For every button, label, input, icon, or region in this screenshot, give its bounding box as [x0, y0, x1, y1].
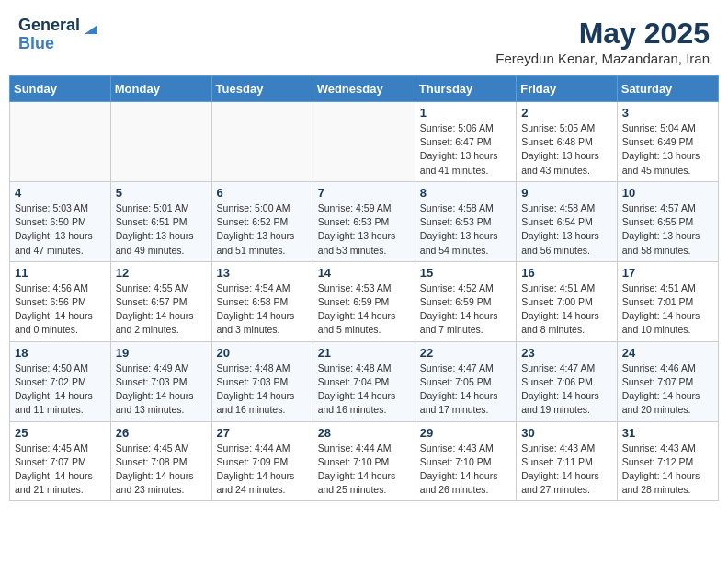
day-info: Sunrise: 4:53 AM Sunset: 6:59 PM Dayligh… [318, 282, 410, 338]
day-info: Sunrise: 4:51 AM Sunset: 7:01 PM Dayligh… [622, 282, 713, 338]
day-info: Sunrise: 4:44 AM Sunset: 7:09 PM Dayligh… [217, 442, 308, 498]
day-number: 25 [15, 426, 106, 440]
calendar-cell: 29Sunrise: 4:43 AM Sunset: 7:10 PM Dayli… [415, 421, 516, 501]
day-info: Sunrise: 5:01 AM Sunset: 6:51 PM Dayligh… [116, 201, 207, 258]
calendar-week-2: 4Sunrise: 5:03 AM Sunset: 6:50 PM Daylig… [10, 181, 719, 261]
calendar-week-5: 25Sunrise: 4:45 AM Sunset: 7:07 PM Dayli… [10, 421, 719, 501]
day-number: 12 [116, 266, 207, 280]
weekday-header-thursday: Thursday [415, 76, 516, 102]
calendar-cell: 2Sunrise: 5:05 AM Sunset: 6:48 PM Daylig… [517, 102, 618, 182]
day-number: 29 [420, 426, 511, 440]
day-number: 30 [521, 426, 612, 440]
day-info: Sunrise: 4:46 AM Sunset: 7:07 PM Dayligh… [622, 362, 713, 418]
calendar-cell: 24Sunrise: 4:46 AM Sunset: 7:07 PM Dayli… [617, 341, 718, 421]
weekday-header-sunday: Sunday [10, 76, 111, 102]
day-number: 14 [318, 266, 410, 280]
calendar-cell: 30Sunrise: 4:43 AM Sunset: 7:11 PM Dayli… [517, 421, 618, 501]
day-number: 24 [622, 346, 713, 360]
weekday-header-monday: Monday [110, 76, 211, 102]
day-number: 1 [420, 106, 511, 120]
day-number: 26 [116, 426, 207, 440]
day-info: Sunrise: 4:47 AM Sunset: 7:06 PM Dayligh… [521, 362, 612, 418]
day-info: Sunrise: 4:45 AM Sunset: 7:07 PM Dayligh… [15, 442, 106, 498]
day-number: 2 [521, 106, 612, 120]
day-info: Sunrise: 4:43 AM Sunset: 7:11 PM Dayligh… [521, 442, 612, 498]
day-info: Sunrise: 4:56 AM Sunset: 6:56 PM Dayligh… [15, 282, 106, 338]
page-header: General Blue May 2025 Fereydun Kenar, Ma… [9, 9, 719, 70]
day-number: 7 [318, 186, 410, 200]
calendar-cell [313, 102, 415, 182]
day-number: 21 [318, 346, 410, 360]
day-info: Sunrise: 4:44 AM Sunset: 7:10 PM Dayligh… [318, 442, 410, 498]
day-info: Sunrise: 4:43 AM Sunset: 7:10 PM Dayligh… [420, 442, 511, 498]
calendar-cell: 8Sunrise: 4:58 AM Sunset: 6:53 PM Daylig… [415, 181, 516, 261]
day-info: Sunrise: 4:48 AM Sunset: 7:03 PM Dayligh… [217, 362, 308, 418]
calendar-cell: 20Sunrise: 4:48 AM Sunset: 7:03 PM Dayli… [211, 341, 313, 421]
day-number: 27 [217, 426, 308, 440]
calendar-cell: 5Sunrise: 5:01 AM Sunset: 6:51 PM Daylig… [110, 181, 211, 261]
calendar-cell: 21Sunrise: 4:48 AM Sunset: 7:04 PM Dayli… [313, 341, 415, 421]
day-number: 10 [622, 186, 713, 200]
calendar-cell: 15Sunrise: 4:52 AM Sunset: 6:59 PM Dayli… [415, 261, 516, 341]
svg-marker-0 [85, 25, 97, 34]
day-info: Sunrise: 4:59 AM Sunset: 6:53 PM Dayligh… [318, 201, 410, 258]
location-subtitle: Fereydun Kenar, Mazandaran, Iran [495, 51, 710, 66]
day-info: Sunrise: 4:57 AM Sunset: 6:55 PM Dayligh… [622, 201, 713, 258]
calendar-cell: 12Sunrise: 4:55 AM Sunset: 6:57 PM Dayli… [110, 261, 211, 341]
day-number: 9 [521, 186, 612, 200]
day-info: Sunrise: 4:45 AM Sunset: 7:08 PM Dayligh… [116, 442, 207, 498]
calendar-cell: 28Sunrise: 4:44 AM Sunset: 7:10 PM Dayli… [313, 421, 415, 501]
calendar-cell: 7Sunrise: 4:59 AM Sunset: 6:53 PM Daylig… [313, 181, 415, 261]
day-number: 23 [521, 346, 612, 360]
weekday-header-wednesday: Wednesday [313, 76, 415, 102]
calendar-cell: 17Sunrise: 4:51 AM Sunset: 7:01 PM Dayli… [617, 261, 718, 341]
calendar-week-3: 11Sunrise: 4:56 AM Sunset: 6:56 PM Dayli… [10, 261, 719, 341]
calendar-cell [110, 102, 211, 182]
calendar-cell: 14Sunrise: 4:53 AM Sunset: 6:59 PM Dayli… [313, 261, 415, 341]
calendar-cell: 22Sunrise: 4:47 AM Sunset: 7:05 PM Dayli… [415, 341, 516, 421]
weekday-header-tuesday: Tuesday [211, 76, 313, 102]
weekday-header-friday: Friday [517, 76, 618, 102]
calendar-cell: 23Sunrise: 4:47 AM Sunset: 7:06 PM Dayli… [517, 341, 618, 421]
day-info: Sunrise: 4:47 AM Sunset: 7:05 PM Dayligh… [420, 362, 511, 418]
day-number: 6 [217, 186, 308, 200]
weekday-header-row: SundayMondayTuesdayWednesdayThursdayFrid… [10, 76, 719, 102]
calendar-week-4: 18Sunrise: 4:50 AM Sunset: 7:02 PM Dayli… [10, 341, 719, 421]
title-block: May 2025 Fereydun Kenar, Mazandaran, Ira… [495, 17, 710, 66]
day-number: 15 [420, 266, 511, 280]
day-number: 5 [116, 186, 207, 200]
day-number: 28 [318, 426, 410, 440]
calendar-cell: 26Sunrise: 4:45 AM Sunset: 7:08 PM Dayli… [110, 421, 211, 501]
day-number: 19 [116, 346, 207, 360]
logo-general-word: General [18, 17, 80, 35]
calendar-cell: 31Sunrise: 4:43 AM Sunset: 7:12 PM Dayli… [617, 421, 718, 501]
day-info: Sunrise: 4:43 AM Sunset: 7:12 PM Dayligh… [622, 442, 713, 498]
calendar-cell: 16Sunrise: 4:51 AM Sunset: 7:00 PM Dayli… [517, 261, 618, 341]
month-title: May 2025 [495, 17, 710, 51]
calendar-cell: 25Sunrise: 4:45 AM Sunset: 7:07 PM Dayli… [10, 421, 111, 501]
calendar-cell [211, 102, 313, 182]
weekday-header-saturday: Saturday [617, 76, 718, 102]
calendar-cell [10, 102, 111, 182]
day-number: 20 [217, 346, 308, 360]
day-info: Sunrise: 4:48 AM Sunset: 7:04 PM Dayligh… [318, 362, 410, 418]
logo-blue-word: Blue [18, 34, 54, 52]
day-info: Sunrise: 5:05 AM Sunset: 6:48 PM Dayligh… [521, 121, 612, 178]
calendar-cell: 27Sunrise: 4:44 AM Sunset: 7:09 PM Dayli… [211, 421, 313, 501]
logo-chevron-icon [81, 17, 97, 34]
day-info: Sunrise: 4:58 AM Sunset: 6:54 PM Dayligh… [521, 201, 612, 258]
day-number: 11 [15, 266, 106, 280]
day-info: Sunrise: 5:04 AM Sunset: 6:49 PM Dayligh… [622, 121, 713, 178]
calendar-cell: 11Sunrise: 4:56 AM Sunset: 6:56 PM Dayli… [10, 261, 111, 341]
day-info: Sunrise: 4:52 AM Sunset: 6:59 PM Dayligh… [420, 282, 511, 338]
logo: General Blue [18, 17, 97, 53]
day-info: Sunrise: 5:00 AM Sunset: 6:52 PM Dayligh… [217, 201, 308, 258]
day-info: Sunrise: 4:50 AM Sunset: 7:02 PM Dayligh… [15, 362, 106, 418]
day-number: 13 [217, 266, 308, 280]
calendar-cell: 19Sunrise: 4:49 AM Sunset: 7:03 PM Dayli… [110, 341, 211, 421]
day-number: 16 [521, 266, 612, 280]
day-info: Sunrise: 4:51 AM Sunset: 7:00 PM Dayligh… [521, 282, 612, 338]
day-number: 18 [15, 346, 106, 360]
calendar-cell: 6Sunrise: 5:00 AM Sunset: 6:52 PM Daylig… [211, 181, 313, 261]
day-number: 22 [420, 346, 511, 360]
